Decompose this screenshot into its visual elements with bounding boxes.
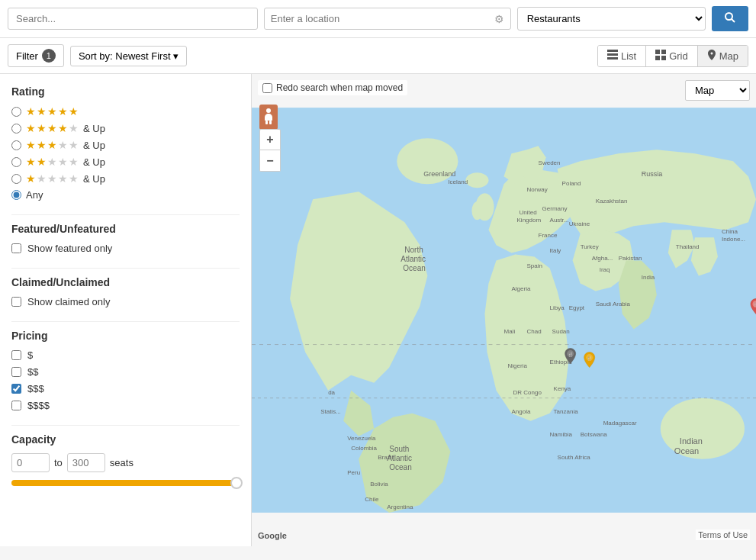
gear-icon[interactable]: ⚙ [494, 13, 504, 25]
redo-search-label[interactable]: Redo search when map moved [258, 80, 407, 95]
map-view-button[interactable]: Map [698, 46, 748, 66]
search-input[interactable] [8, 8, 258, 30]
svg-text:Botswana: Botswana [581, 431, 608, 438]
star-empty: ★ [69, 156, 79, 168]
svg-text:United: United [520, 209, 537, 216]
svg-text:India: India [642, 274, 655, 281]
svg-text:Madagascar: Madagascar [603, 420, 637, 426]
svg-rect-86 [269, 121, 272, 124]
rating-radio-4[interactable] [11, 124, 21, 134]
range-handle[interactable] [230, 477, 243, 489]
pricing-label-3: $$$ [27, 383, 44, 394]
svg-text:Turkey: Turkey [581, 243, 599, 250]
svg-text:Afgha...: Afgha... [592, 255, 613, 262]
svg-text:Spain: Spain [527, 262, 542, 269]
top-bar: ⚙ Restaurants Hotels Bars Cafes [0, 0, 756, 38]
pricing-checkbox-3[interactable] [11, 384, 21, 394]
search-button[interactable] [712, 6, 748, 31]
category-select[interactable]: Restaurants Hotels Bars Cafes [517, 7, 706, 31]
star-empty: ★ [69, 139, 79, 151]
svg-text:DR Congo: DR Congo [513, 389, 542, 396]
terms-label[interactable]: Terms of Use [696, 529, 750, 540]
rating-suffix-2: & Up [83, 156, 105, 168]
view-buttons: List Grid Map [597, 45, 748, 67]
list-view-button[interactable]: List [598, 46, 646, 66]
rating-row-2: ★ ★ ★ ★ ★ & Up [11, 156, 240, 168]
rating-radio-3[interactable] [11, 140, 21, 150]
svg-text:Venezuela: Venezuela [347, 435, 376, 442]
range-slider[interactable] [11, 480, 240, 486]
capacity-row: to seats [11, 453, 240, 472]
pricing-checkbox-4[interactable] [11, 401, 21, 410]
map-svg[interactable]: North Atlantic Ocean South Atlantic Ocea… [252, 74, 756, 546]
grid-view-button[interactable]: Grid [646, 46, 698, 66]
rating-row-4: ★ ★ ★ ★ ★ & Up [11, 122, 240, 134]
svg-text:Libya: Libya [550, 305, 565, 312]
svg-text:Nigeria: Nigeria [508, 362, 528, 369]
sort-chevron-icon: ▾ [173, 50, 179, 62]
sort-button[interactable]: Sort by: Newest First ▾ [70, 46, 187, 66]
svg-text:Angola: Angola [512, 408, 531, 415]
star-full: ★ [58, 105, 68, 117]
featured-checkbox-row: Show featured only [11, 243, 240, 254]
svg-text:Mali: Mali [504, 328, 516, 335]
star-empty: ★ [58, 172, 68, 185]
star-empty: ★ [58, 139, 68, 151]
show-featured-checkbox[interactable] [11, 243, 21, 253]
svg-point-14 [465, 172, 488, 188]
divider-2 [11, 268, 240, 269]
grid-view-label: Grid [669, 50, 688, 62]
location-input[interactable] [271, 8, 494, 29]
svg-rect-3 [607, 53, 618, 56]
show-claimed-checkbox[interactable] [11, 297, 21, 307]
map-container: North Atlantic Ocean South Atlantic Ocea… [252, 74, 756, 546]
filter-button[interactable]: Filter 1 [8, 44, 64, 67]
capacity-to-input[interactable] [67, 453, 105, 472]
star-full: ★ [37, 139, 47, 151]
svg-text:Argentina: Argentina [387, 504, 413, 510]
list-icon [607, 50, 618, 63]
location-wrapper: ⚙ [264, 8, 511, 30]
map-type-select[interactable]: Map Satellite Terrain [685, 80, 750, 101]
svg-rect-6 [661, 50, 666, 54]
pricing-label-1: $ [27, 349, 33, 361]
svg-text:North: North [404, 246, 423, 254]
svg-rect-8 [661, 56, 666, 60]
sort-label: Sort by: Newest First [79, 50, 171, 62]
svg-text:Indian: Indian [680, 436, 703, 446]
svg-point-13 [661, 398, 745, 459]
street-view-icon[interactable] [259, 105, 278, 130]
zoom-out-button[interactable]: − [259, 150, 281, 172]
map-view-label: Map [719, 50, 738, 62]
capacity-to-label: to [54, 457, 63, 468]
rating-row-5: ★ ★ ★ ★ ★ [11, 105, 240, 117]
rating-suffix-4: & Up [83, 123, 105, 134]
rating-radio-5[interactable] [11, 107, 21, 117]
svg-point-0 [725, 13, 732, 20]
rating-title: Rating [11, 85, 240, 98]
pricing-checkbox-1[interactable] [11, 350, 21, 360]
svg-text:Kingdom: Kingdom [517, 217, 542, 224]
svg-text:South: South [389, 445, 409, 453]
pricing-checkbox-2[interactable] [11, 367, 21, 377]
svg-text:Egypt: Egypt [569, 305, 585, 312]
star-empty: ★ [47, 156, 57, 168]
capacity-from-input[interactable] [11, 453, 50, 472]
rating-radio-1[interactable] [11, 174, 21, 184]
rating-radio-2[interactable] [11, 157, 21, 167]
svg-point-12 [471, 201, 482, 220]
show-claimed-label: Show claimed only [27, 296, 110, 307]
rating-radio-any[interactable] [11, 190, 21, 200]
map-overlay-controls: Redo search when map moved [258, 80, 407, 95]
pricing-row-4: $$$$ [11, 400, 240, 411]
google-label: Google [258, 531, 287, 540]
svg-text:🍴: 🍴 [568, 352, 574, 358]
stars-3: ★ ★ ★ ★ ★ [26, 139, 79, 151]
zoom-in-button[interactable]: + [259, 129, 281, 150]
star-full: ★ [26, 139, 36, 151]
claimed-title: Claimed/Unclaimed [11, 276, 240, 288]
redo-search-checkbox[interactable] [262, 83, 272, 93]
map-pin-icon [707, 50, 716, 63]
svg-text:Namibia: Namibia [550, 431, 573, 438]
rating-row-any: Any [11, 189, 240, 201]
